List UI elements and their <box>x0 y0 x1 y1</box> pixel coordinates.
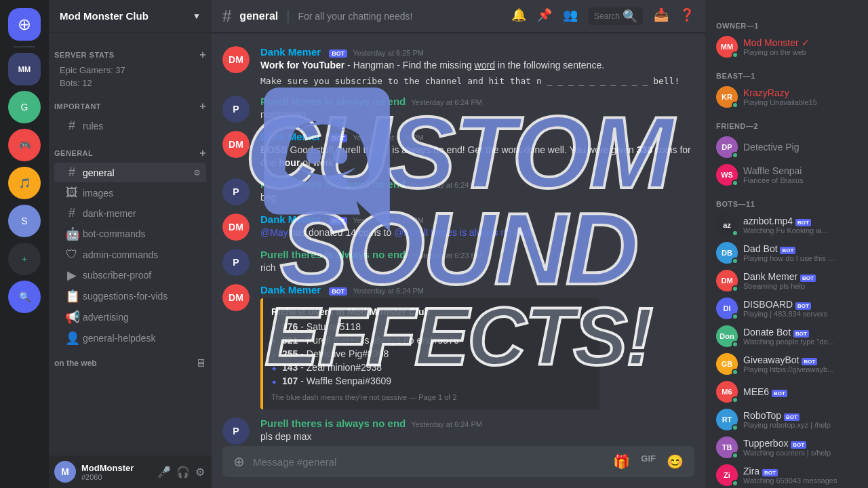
member-mod-monster[interactable]: MM Mod Monster ✓ Playing on the web <box>711 33 863 60</box>
channel-helpdesk[interactable]: 👤 general-helpdesk <box>54 328 206 348</box>
gif-icon[interactable]: GIF <box>638 451 658 472</box>
channel-subscriber-proof[interactable]: ▶ subscriber-proof <box>54 265 206 285</box>
member-info: aznbot.mp4 BOT Watching Fu Kooking w... <box>743 216 857 235</box>
server-icon-6[interactable]: + <box>8 243 41 275</box>
member-avatar: MM <box>716 36 738 58</box>
discord-home-button[interactable]: ⊕ <box>8 8 41 41</box>
channel-dank-memer[interactable]: # dank-memer <box>54 203 206 223</box>
embed-item: ⬥ 976 - Saturn#5118 <box>271 320 591 333</box>
server-header-chevron-icon: ▼ <box>193 12 201 21</box>
member-mee6[interactable]: M6 MEE6 BOT <box>711 378 863 405</box>
notification-bell-icon[interactable]: 🔔 <box>511 7 526 25</box>
channel-admin-commands[interactable]: 🛡 admin-commands <box>54 245 206 264</box>
member-krazy[interactable]: KR KrazyRazy Playing Unavailable15 <box>711 83 863 110</box>
member-avatar: az <box>716 214 738 236</box>
member-info: Detective Pig <box>743 142 857 152</box>
member-list-icon[interactable]: 👥 <box>563 7 578 25</box>
message-content: Purell theres is always no end Yesterday… <box>260 418 694 445</box>
search-placeholder: Search <box>594 12 620 21</box>
member-info: RoboTop BOT Playing robotop.xyz | /help <box>743 410 857 429</box>
on-the-web-section[interactable]: on the web 🖥 <box>49 349 212 372</box>
search-box[interactable]: Search 🔍 <box>589 7 643 25</box>
server-icon-7[interactable]: 🔍 <box>8 281 41 313</box>
member-donate-bot[interactable]: Don Donate Bot BOT Watching people type … <box>711 323 863 350</box>
gift-icon[interactable]: 🎁 <box>610 451 633 472</box>
member-tupperbox[interactable]: TB Tupperbox BOT Watching counters | s/h… <box>711 434 863 461</box>
bot-tag: BOT <box>329 49 347 58</box>
add-general-icon[interactable]: + <box>199 147 206 159</box>
footer-icons: 🎤 🎧 ⚙ <box>156 464 206 480</box>
member-dank-memer[interactable]: DM Dank Memer BOT Streaming pls help <box>711 267 863 294</box>
server-icon-5[interactable]: S <box>8 205 41 237</box>
message-timestamp: Yesterday at 6:24 PM <box>411 181 482 189</box>
server-icon-3[interactable]: 🎮 <box>8 129 41 161</box>
avatar-circle: P <box>222 418 250 445</box>
attach-file-icon[interactable]: ⊕ <box>231 446 248 477</box>
mute-icon[interactable]: 🎤 <box>156 464 172 480</box>
channel-advertising[interactable]: 📢 advertising <box>54 307 206 327</box>
member-avatar: DM <box>716 270 738 291</box>
server-icon-mod-monster[interactable]: MM <box>8 53 41 85</box>
add-important-icon[interactable]: + <box>199 100 206 113</box>
help-icon[interactable]: ❓ <box>679 7 694 25</box>
inbox-icon[interactable]: 📥 <box>654 7 669 25</box>
main-content: # general | For all your chatting needs!… <box>212 0 705 488</box>
hash-general-icon: # <box>65 165 79 180</box>
deafen-icon[interactable]: 🎧 <box>175 464 191 480</box>
channel-images[interactable]: 🖼 images <box>54 183 206 203</box>
hash-suggest-icon: 📋 <box>65 289 79 304</box>
member-disboard[interactable]: DI DISBOARD BOT Playing | 483,834 server… <box>711 295 863 322</box>
server-icon-4[interactable]: 🎵 <box>8 167 41 199</box>
add-channel-icon[interactable]: + <box>199 49 206 61</box>
channel-hash-icon: # <box>222 7 231 26</box>
member-aznbot[interactable]: az aznbot.mp4 BOT Watching Fu Kooking w.… <box>711 211 863 239</box>
message-input-box: ⊕ 🎁 GIF 😊 <box>222 446 694 477</box>
status-indicator <box>732 341 738 348</box>
embed-coins: 521 - Purell theres is always no end#957… <box>282 335 459 346</box>
channel-rules[interactable]: # rules <box>54 116 206 136</box>
member-detective-pig[interactable]: DP Detective Pig <box>711 134 863 161</box>
message-input[interactable] <box>253 449 605 475</box>
member-robotop[interactable]: RT RoboTop BOT Playing robotop.xyz | /he… <box>711 406 863 433</box>
server-list: ⊕ MM G 🎮 🎵 S + 🔍 <box>0 0 49 488</box>
member-avatar: M6 <box>716 381 738 403</box>
member-name: GiveawayBot BOT <box>743 354 857 365</box>
member-dad-bot[interactable]: DB Dad Bot BOT Playing how do I use this… <box>711 239 863 266</box>
message-row: P Purell theres is always no end Yesterd… <box>212 176 705 208</box>
channel-suggestions[interactable]: 📋 suggestions-for-vids <box>54 286 206 306</box>
channel-general[interactable]: # general ⚙ <box>54 163 206 182</box>
avatar-circle: DM <box>222 46 250 73</box>
message-header: Purell theres is always no end Yesterday… <box>260 418 694 429</box>
member-name: Zira BOT <box>743 466 857 476</box>
hash-admin-icon: 🛡 <box>65 247 79 262</box>
member-zira[interactable]: Zi Zira BOT Watching 659043 messages <box>711 462 863 488</box>
emoji-icon[interactable]: 😊 <box>664 451 686 472</box>
add-web-icon[interactable]: 🖥 <box>195 357 206 369</box>
message-text: pls dep max <box>260 430 694 444</box>
status-indicator <box>732 313 738 320</box>
channel-settings-icon[interactable]: ⚙ <box>193 168 201 178</box>
messages-area[interactable]: DM Dank Memer BOT Yesterday at 6:25 PM W… <box>212 33 705 446</box>
message-avatar: DM <box>222 214 250 241</box>
member-info: Donate Bot BOT Watching people type "don… <box>743 327 857 346</box>
member-name: Dank Memer BOT <box>743 271 857 282</box>
member-name: Waffle Senpai <box>743 165 857 176</box>
diamond-icon: ⬥ <box>271 321 277 332</box>
member-waffle-senpai[interactable]: WS Waffle Senpai Fiancée of Braxus <box>711 161 863 188</box>
avatar-circle: DM <box>222 131 250 158</box>
message-header: Dank Memer BOT Yesterday at 6:24 PM <box>260 284 694 296</box>
channel-bot-commands[interactable]: 🤖 bot-commands <box>54 224 206 244</box>
hash-dank-icon: # <box>65 206 79 220</box>
member-avatar: DP <box>716 136 738 158</box>
richest-embed: Richest users in Mod Monster Club ⬥ 976 … <box>260 298 599 409</box>
bot-tag: BOT <box>329 134 347 142</box>
pin-icon[interactable]: 📌 <box>537 7 552 25</box>
bots-category: BOTS—11 <box>711 189 863 211</box>
message-author: Purell theres is always no end <box>260 418 406 429</box>
member-info: Zira BOT Watching 659043 messages <box>743 466 857 485</box>
server-icon-2[interactable]: G <box>8 91 41 123</box>
settings-icon[interactable]: ⚙ <box>194 464 206 480</box>
status-indicator <box>732 369 738 375</box>
member-giveawaybot[interactable]: GB GiveawayBot BOT Playing https://givea… <box>711 350 863 378</box>
server-header[interactable]: Mod Monster Club ▼ <box>49 0 212 33</box>
